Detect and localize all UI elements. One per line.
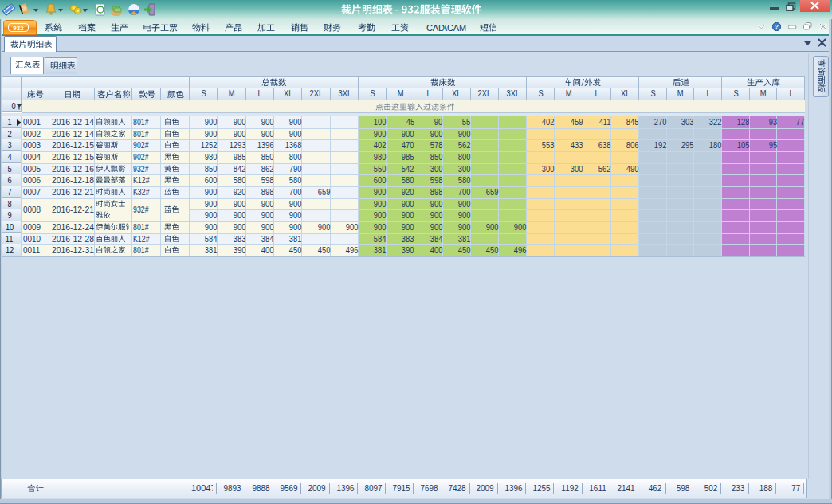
- svg-text:?: ?: [775, 23, 779, 30]
